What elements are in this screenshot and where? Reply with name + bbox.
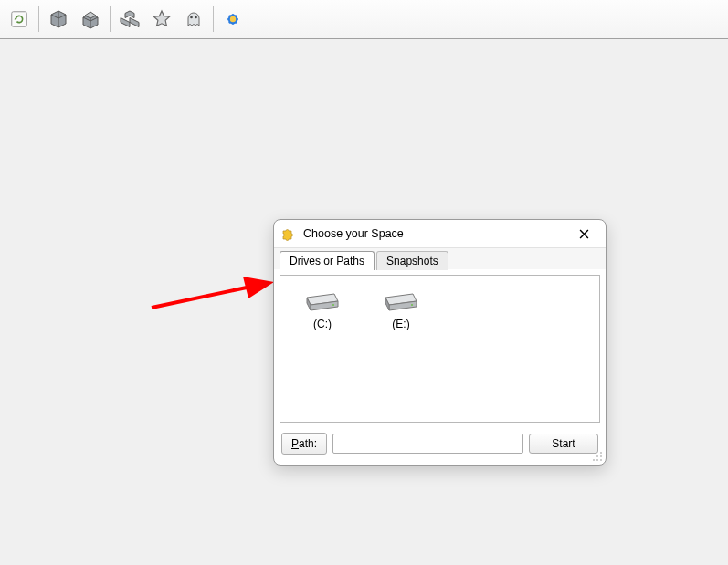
toolbar-separator [38, 6, 39, 32]
puzzle-icon [281, 226, 296, 241]
dialog-footer: Path: Start [274, 428, 606, 465]
close-icon [579, 229, 589, 239]
settings-button[interactable] [217, 4, 248, 35]
workspace: Choose your Space Drives or Paths Snapsh… [0, 39, 728, 565]
svg-line-8 [152, 288, 247, 308]
toolbar-separator [213, 6, 214, 32]
svg-point-15 [600, 459, 602, 461]
svg-point-14 [596, 455, 598, 457]
box-open-button[interactable] [75, 4, 106, 35]
drive-label: (E:) [392, 318, 409, 330]
ghost-button[interactable] [178, 4, 209, 35]
cube-icon [47, 8, 69, 30]
svg-point-7 [230, 16, 236, 22]
modules-button[interactable] [114, 4, 145, 35]
svg-point-13 [600, 455, 602, 457]
tab-drives[interactable]: Drives or Paths [280, 251, 375, 270]
svg-point-11 [411, 304, 413, 306]
favorites-button[interactable] [146, 4, 177, 35]
box-button[interactable] [43, 4, 74, 35]
ghost-icon [183, 8, 205, 30]
drives-panel: (C:) (E:) [280, 275, 600, 423]
cube-open-icon [79, 8, 101, 30]
hard-drive-icon [304, 288, 341, 314]
drive-item-c[interactable]: (C:) [291, 285, 353, 334]
svg-rect-0 [12, 12, 27, 27]
svg-point-17 [593, 459, 595, 461]
svg-point-1 [190, 16, 193, 19]
pointer-arrow-icon [148, 273, 276, 317]
drive-item-e[interactable]: (E:) [370, 285, 432, 334]
dialog-titlebar[interactable]: Choose your Space [274, 220, 606, 247]
refresh-button[interactable] [4, 4, 35, 35]
dialog-title: Choose your Space [303, 227, 562, 240]
resize-grip-icon[interactable] [592, 451, 603, 462]
close-button[interactable] [569, 223, 598, 245]
star-icon [151, 8, 173, 30]
path-button[interactable]: Path: [281, 433, 327, 455]
toolbar-separator [110, 6, 111, 32]
svg-marker-9 [243, 277, 274, 298]
main-toolbar [0, 0, 728, 39]
start-button[interactable]: Start [529, 434, 598, 454]
cubes-icon [119, 8, 141, 30]
svg-point-10 [332, 304, 334, 306]
refresh-icon [9, 9, 29, 29]
flower-gear-icon [222, 8, 244, 30]
path-input[interactable] [332, 434, 523, 454]
choose-space-dialog: Choose your Space Drives or Paths Snapsh… [273, 219, 607, 466]
svg-point-12 [600, 452, 602, 454]
tab-snapshots[interactable]: Snapshots [376, 251, 448, 270]
dialog-tabstrip: Drives or Paths Snapshots [274, 247, 606, 269]
hard-drive-icon [383, 288, 419, 314]
svg-point-16 [596, 459, 598, 461]
drive-label: (C:) [313, 318, 332, 330]
svg-point-2 [195, 16, 197, 19]
